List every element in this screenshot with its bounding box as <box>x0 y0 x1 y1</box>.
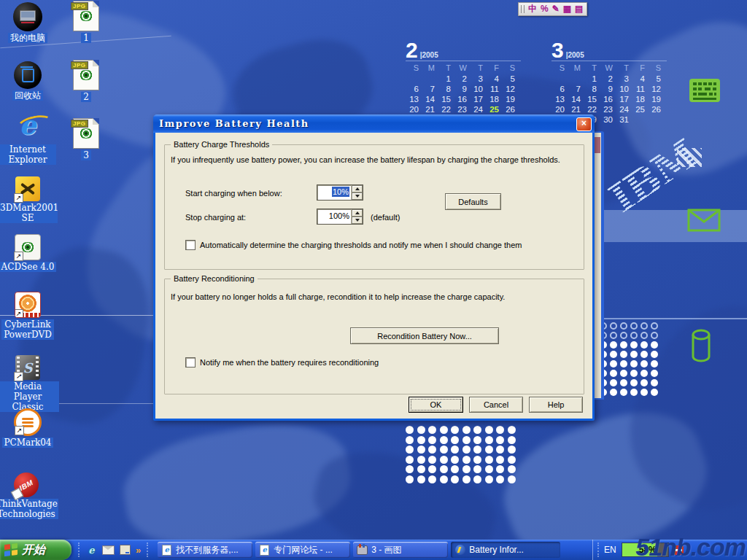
start-button[interactable]: 开始 <box>0 540 71 560</box>
desktop-icon-internet-explorer[interactable]: e Internet Explorer <box>0 111 59 165</box>
ime-language-bar[interactable]: 中 % ✎ ▦ ▤ <box>518 2 587 16</box>
ok-button[interactable]: OK <box>409 397 463 413</box>
desktop-icon-thinkvantage[interactable]: IBM↗ ThinkVantage Technologies <box>0 472 58 519</box>
auto-determine-checkbox-label[interactable]: Automatically determine the charging thr… <box>200 241 572 249</box>
wallpaper-dot <box>610 351 617 358</box>
calendar-date <box>632 115 648 125</box>
calendar-march: 3|2005 SMTWTFS12345678910111213141516171… <box>551 41 667 125</box>
calendar-date: 10 <box>470 85 486 95</box>
desktop-icon-pcmark04[interactable]: ↗ PCMark04 <box>0 408 59 448</box>
wallpaper-dot <box>406 456 414 464</box>
ime-soft-keyboard-icon[interactable]: ▦ <box>563 4 571 15</box>
help-button[interactable]: Help <box>529 397 583 413</box>
wallpaper-dot <box>417 426 425 434</box>
thresholds-description: If you infrequently use battery power, y… <box>171 155 576 164</box>
spin-up-button[interactable] <box>352 209 363 217</box>
calendar-date: 30 <box>600 115 616 125</box>
calendar-day-header: S <box>406 63 422 74</box>
calendar-date <box>422 74 438 85</box>
wallpaper-band <box>595 318 747 319</box>
start-charging-spinner[interactable]: 10% <box>317 184 363 201</box>
wallpaper-dot <box>451 465 459 473</box>
auto-determine-checkbox[interactable] <box>185 240 196 250</box>
quick-launch-overflow-chevron[interactable]: » <box>136 545 141 556</box>
calendar-day-header: S <box>648 63 664 74</box>
calendar-year: |2005 <box>420 51 438 59</box>
calendar-day-header: T <box>438 63 454 74</box>
wallpaper-dot <box>417 465 425 473</box>
task-button-server-not-found[interactable]: e 找不到服务器,... <box>158 542 252 558</box>
quick-launch-bar: e » <box>71 542 155 557</box>
stop-charging-spinner[interactable]: 100% <box>317 209 363 225</box>
calendar-date: 6 <box>551 85 568 95</box>
desktop-icon-media-player-classic[interactable]: S↗ Media Player Classic <box>0 355 59 412</box>
ime-menu-icon[interactable]: ▤ <box>575 4 583 15</box>
calendar-date: 17 <box>470 95 486 105</box>
calendar-date: 18 <box>632 95 648 105</box>
task-button-forum[interactable]: e 专门网论坛 - ... <box>255 542 350 558</box>
desktop-icon-powerdvd[interactable]: ↗ CyberLink PowerDVD <box>0 292 59 340</box>
desktop-icon-3dmark2001[interactable]: ↗ 3DMark2001 SE <box>0 176 59 223</box>
calendar-day-header: T <box>470 63 486 74</box>
desktop-icon-recycle-bin[interactable]: 回收站 <box>0 61 59 101</box>
calendar-date: 4 <box>632 74 648 85</box>
dialog-titlebar[interactable]: Improve Battery Health × <box>153 114 595 133</box>
desktop-icon-acdsee[interactable]: ↗ ACDSee 4.0 <box>0 234 59 272</box>
wallpaper-dot <box>651 389 658 396</box>
spin-up-button[interactable] <box>352 185 363 192</box>
calendar-date: 7 <box>568 85 584 95</box>
quick-launch-mail-icon[interactable] <box>102 544 115 556</box>
calendar-date: 2 <box>600 74 616 85</box>
calendar-date <box>406 74 422 85</box>
calendar-date: 11 <box>632 85 648 95</box>
shortcut-arrow-icon: ↗ <box>14 372 23 381</box>
wallpaper-dot <box>462 456 471 464</box>
wallpaper-dot <box>485 436 493 444</box>
windows-flag-icon <box>4 543 18 557</box>
calendar-day-header: W <box>454 63 470 74</box>
calendar-date: 5 <box>502 74 518 85</box>
dialog-title: Improve Battery Health <box>159 118 309 129</box>
wallpaper-dots-bottom <box>406 426 519 485</box>
notify-reconditioning-checkbox[interactable] <box>185 357 196 368</box>
ime-chinese-mode-icon[interactable]: 中 <box>528 4 537 15</box>
recondition-battery-button[interactable]: Recondition Battery Now... <box>350 327 499 344</box>
calendar-date: 26 <box>502 105 518 115</box>
desktop-icon-jpg-1[interactable]: JPG 1 <box>55 1 117 43</box>
calendar-year: |2005 <box>566 51 584 59</box>
quick-launch-show-desktop-icon[interactable] <box>119 544 131 556</box>
wallpaper-dot <box>428 426 436 434</box>
defaults-button[interactable]: Defaults <box>445 193 501 210</box>
wallpaper-dot <box>640 389 648 396</box>
close-icon[interactable]: × <box>576 117 592 131</box>
wallpaper-dot <box>508 446 516 454</box>
ime-drag-handle[interactable] <box>521 5 525 13</box>
desktop-icon-jpg-2[interactable]: JPG 2 <box>55 60 117 102</box>
wallpaper-dot <box>406 446 414 454</box>
notify-reconditioning-checkbox-label[interactable]: Notify me when the battery requires reco… <box>200 358 550 367</box>
language-indicator[interactable]: EN <box>604 545 616 555</box>
wallpaper-dot <box>620 379 627 386</box>
wallpaper-dot <box>620 360 627 368</box>
cancel-button[interactable]: Cancel <box>469 397 523 413</box>
ime-pen-icon[interactable]: ✎ <box>552 4 560 15</box>
spin-down-button[interactable] <box>352 192 363 200</box>
quick-launch-ie-icon[interactable]: e <box>85 544 98 556</box>
wallpaper-dot <box>473 465 481 473</box>
wallpaper-dot <box>640 351 648 358</box>
wallpaper-dot <box>620 332 627 339</box>
pcmark04-icon: ↗ <box>14 408 42 436</box>
wallpaper-dot <box>630 389 638 396</box>
calendar-date: 2 <box>454 74 470 85</box>
calendar-date: 16 <box>600 95 616 105</box>
thinkvantage-icon: IBM↗ <box>14 472 39 497</box>
calendar-date: 24 <box>616 105 632 115</box>
desktop-icon-jpg-3[interactable]: JPG 3 <box>55 118 117 160</box>
wallpaper-dot <box>620 351 627 358</box>
task-button-paint[interactable]: 3 - 画图 <box>353 542 448 558</box>
desktop-icon-my-computer[interactable]: 我的电脑 <box>0 2 59 43</box>
spin-down-button[interactable] <box>352 217 363 224</box>
calendar-day-header: F <box>632 63 648 74</box>
ime-width-mode-icon[interactable]: % <box>541 4 549 15</box>
task-button-battery-information[interactable]: Battery Infor... <box>451 542 560 558</box>
